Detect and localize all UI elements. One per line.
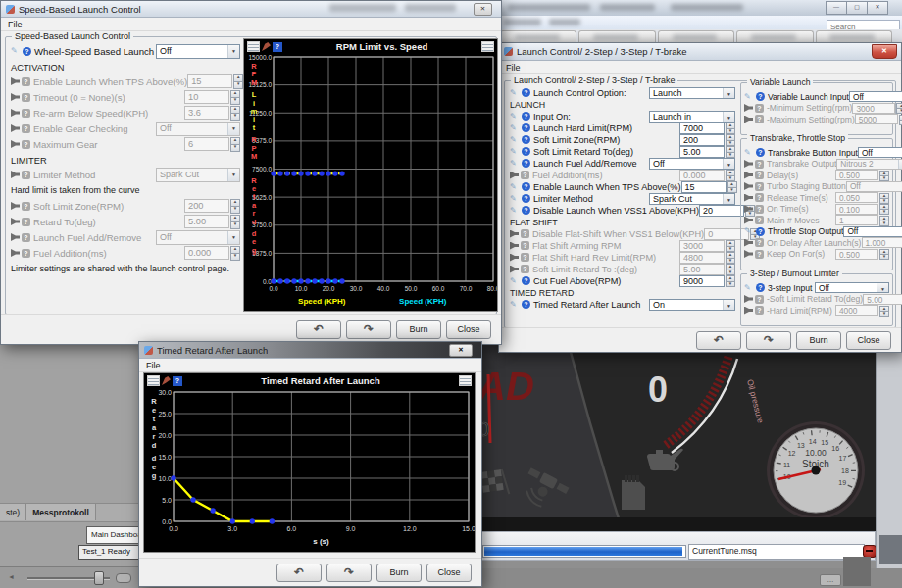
setting-label: Retard To(deg) bbox=[33, 217, 96, 227]
setting-label: Throttle Stop Output bbox=[768, 226, 843, 236]
tab-partial[interactable]: ste) bbox=[0, 504, 26, 520]
slider-thumb[interactable] bbox=[94, 571, 104, 585]
number-input: 3000 bbox=[852, 103, 895, 114]
pencil-icon: ✎ bbox=[510, 136, 520, 144]
spinner: ▲▼ bbox=[233, 74, 243, 88]
setting-label: Timed Retard After Launch bbox=[533, 300, 640, 310]
chart-help-icon[interactable]: ? bbox=[173, 376, 182, 386]
setting-row: ?-Hard Limit(RPM)4000▲▼ bbox=[744, 306, 889, 316]
play-icon[interactable]: ◄ bbox=[8, 573, 15, 580]
dropdown[interactable]: Off▼ bbox=[858, 147, 902, 158]
minimize-icon[interactable]: — bbox=[826, 1, 847, 15]
close-button[interactable]: Close bbox=[446, 320, 491, 339]
close-button[interactable]: Close bbox=[426, 564, 472, 582]
dropdown[interactable]: Off▼ bbox=[156, 44, 240, 59]
number-input: 4800 bbox=[679, 252, 725, 264]
muted-icon bbox=[11, 124, 20, 132]
current-tune-field[interactable]: CurrentTune.msq bbox=[688, 544, 865, 560]
help-icon: ? bbox=[22, 218, 30, 226]
dropdown[interactable]: On▼ bbox=[649, 299, 735, 311]
grid-icon[interactable] bbox=[459, 375, 472, 386]
table-icon[interactable] bbox=[147, 375, 160, 386]
rpm-limit-plot[interactable]: 0.010.020.030.040.050.060.070.080.015000… bbox=[244, 54, 497, 311]
grid-icon[interactable] bbox=[481, 41, 494, 52]
close-button[interactable]: Close bbox=[846, 331, 891, 350]
help-icon: ? bbox=[22, 202, 30, 211]
close-icon[interactable]: ✕ bbox=[474, 3, 492, 16]
brush-icon[interactable] bbox=[262, 42, 271, 51]
dialog-titlebar[interactable]: Launch Control/ 2-Step / 3-Step / T-brak… bbox=[499, 43, 901, 61]
redo-button[interactable]: ↷ bbox=[326, 564, 372, 582]
burn-button[interactable]: Burn bbox=[796, 331, 841, 350]
spinner[interactable]: ▲▼ bbox=[726, 122, 735, 133]
tach-zero-label: 0 bbox=[648, 369, 668, 410]
dropdown[interactable]: Off▼ bbox=[843, 226, 902, 237]
chevron-down-icon: ▼ bbox=[227, 45, 239, 58]
maximize-icon[interactable]: ▢ bbox=[846, 1, 868, 15]
redo-button[interactable]: ↷ bbox=[746, 331, 791, 350]
menu-file[interactable]: File bbox=[506, 63, 521, 73]
groupbox-label: Variable Launch bbox=[747, 77, 813, 87]
setting-label: Enable Launch When TPS Above(%) bbox=[533, 182, 681, 192]
dropdown[interactable]: Launch▼ bbox=[649, 87, 735, 99]
number-input[interactable]: 200 bbox=[679, 134, 725, 146]
dropdown[interactable]: Off▼ bbox=[849, 91, 902, 102]
setting-row: ✎?Launch Control Option:Launch▼ bbox=[510, 87, 735, 98]
number-input: 0.000 bbox=[184, 246, 229, 260]
setting-label: Variable Launch Input bbox=[768, 92, 849, 102]
spinner[interactable]: ▲▼ bbox=[726, 134, 735, 145]
burn-button[interactable]: Burn bbox=[396, 320, 441, 339]
help-icon: ? bbox=[521, 253, 529, 262]
dropdown[interactable]: Off▼ bbox=[815, 282, 889, 293]
number-input[interactable]: 5.00 bbox=[679, 146, 725, 158]
svg-text:70.0: 70.0 bbox=[460, 285, 473, 292]
spinner[interactable]: ▲▼ bbox=[727, 181, 737, 192]
svg-text:11: 11 bbox=[783, 462, 790, 468]
dialog-titlebar[interactable]: Speed-Based Launch Control ✕ bbox=[1, 1, 501, 18]
close-icon[interactable]: ✕ bbox=[449, 344, 473, 357]
timed-retard-plot[interactable]: 0.03.06.09.012.015.030.025.020.015.010.0… bbox=[144, 388, 475, 552]
setting-row: ?Enable Gear CheckingOff▼ bbox=[11, 122, 240, 135]
spinner: ▲▼ bbox=[230, 137, 240, 151]
overflow-icon[interactable]: … bbox=[820, 574, 841, 586]
undo-button[interactable]: ↶ bbox=[276, 564, 322, 582]
burn-button[interactable]: Burn bbox=[376, 564, 422, 582]
groupbox-label: Launch Control/ 2-Step / 3-Step / T-brak… bbox=[511, 75, 677, 85]
dropdown[interactable]: Spark Cut▼ bbox=[649, 193, 735, 205]
pencil-icon: ✎ bbox=[744, 284, 754, 292]
spin-down-icon[interactable]: ▼ bbox=[726, 281, 735, 288]
right-scrollbar[interactable] bbox=[876, 345, 902, 568]
tab-messprotokoll[interactable]: Messprotokoll bbox=[26, 504, 96, 520]
close-icon[interactable]: ✕ bbox=[867, 1, 888, 15]
dropdown[interactable]: Off▼ bbox=[649, 158, 735, 170]
muted-icon bbox=[510, 230, 519, 238]
muted-icon bbox=[510, 254, 519, 262]
dialog-titlebar[interactable]: Timed Retard After Launch ✕ bbox=[139, 342, 481, 359]
close-icon[interactable]: ✕ bbox=[872, 44, 897, 59]
menu-file[interactable]: File bbox=[146, 361, 161, 370]
tab-main-dashboard[interactable]: Main Dashboard bbox=[86, 526, 144, 544]
spinner[interactable]: ▲▼ bbox=[726, 146, 735, 157]
chart-help-icon[interactable]: ? bbox=[273, 42, 282, 52]
brush-icon[interactable] bbox=[162, 376, 171, 385]
setting-label: Launch Fuel Add/Remove bbox=[33, 232, 141, 243]
spinner[interactable]: ▲▼ bbox=[726, 275, 735, 286]
redo-button[interactable]: ↷ bbox=[346, 320, 391, 339]
menu-bar: File bbox=[139, 359, 481, 372]
scrollbar-thumb[interactable] bbox=[879, 535, 902, 564]
number-input[interactable]: 15 bbox=[681, 181, 727, 193]
table-icon[interactable] bbox=[247, 41, 260, 52]
svg-text:10.0: 10.0 bbox=[158, 475, 172, 482]
number-input[interactable]: 20 bbox=[699, 205, 744, 217]
chart-toolbar: ? Timed Retard After Launch bbox=[144, 373, 475, 388]
svg-text:d: d bbox=[252, 218, 257, 226]
number-input[interactable]: 7000 bbox=[679, 122, 725, 134]
undo-button[interactable]: ↶ bbox=[696, 331, 741, 350]
undo-button[interactable]: ↶ bbox=[296, 320, 341, 339]
dropdown[interactable]: Launch in▼ bbox=[649, 111, 735, 122]
chevron-down-icon: ▼ bbox=[723, 194, 734, 204]
number-input[interactable]: 9000 bbox=[679, 275, 725, 287]
spinner: ▲▼ bbox=[879, 216, 889, 225]
menu-file[interactable]: File bbox=[8, 20, 23, 29]
toggle-capsule[interactable] bbox=[116, 573, 131, 583]
